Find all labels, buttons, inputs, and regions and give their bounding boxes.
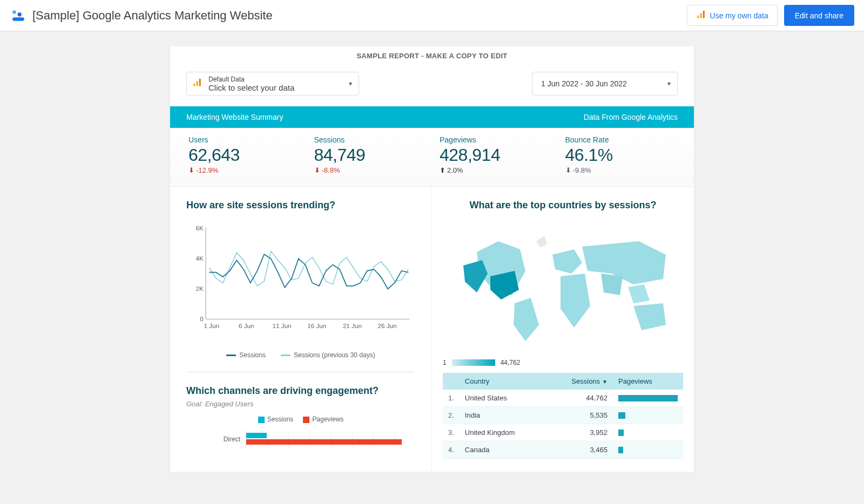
kpi-bounce-rate: Bounce Rate 46.1% ⬇-9.8% xyxy=(558,135,684,174)
svg-text:6K: 6K xyxy=(196,224,204,231)
col-pageviews[interactable]: Pageviews xyxy=(613,373,683,390)
kpi-pageviews: Pageviews 428,914 ⬆2.0% xyxy=(432,135,558,174)
channel-label: Direct xyxy=(186,435,246,443)
edit-and-share-button[interactable]: Edit and share xyxy=(784,5,854,26)
channels-legend: Sessions Pageviews xyxy=(186,416,415,423)
line-chart-legend: Sessions Sessions (previous 30 days) xyxy=(186,351,415,359)
svg-point-0 xyxy=(12,10,16,14)
svg-point-1 xyxy=(17,12,22,17)
svg-text:2K: 2K xyxy=(196,285,204,292)
data-source-line1: Default Data xyxy=(208,76,294,83)
map-scale: 1 44,762 xyxy=(443,359,683,366)
svg-text:6 Jun: 6 Jun xyxy=(239,322,254,329)
data-source-line2: Click to select your data xyxy=(208,83,294,92)
section-title: Marketing Website Summary xyxy=(186,113,283,121)
chevron-down-icon: ▾ xyxy=(667,80,671,87)
page-title: [Sample] Google Analytics Marketing Webs… xyxy=(32,9,687,23)
sessions-line-chart[interactable]: 0 2K 4K 6K 1 Jun 6 Jun 11 Jun 16 Jun 21 … xyxy=(186,220,415,338)
table-row[interactable]: 1.United States44,762 xyxy=(443,390,683,407)
arrow-down-icon: ⬇ xyxy=(565,166,571,174)
arrow-down-icon: ⬇ xyxy=(314,166,320,174)
svg-text:26 Jun: 26 Jun xyxy=(378,322,397,329)
left-column: How are site sessions trending? 0 2K 4K … xyxy=(170,187,432,472)
analytics-icon xyxy=(192,78,202,90)
channels-bar-chart[interactable]: Direct xyxy=(186,431,415,448)
sort-desc-icon: ▼ xyxy=(602,379,608,385)
date-range-select[interactable]: 1 Jun 2022 - 30 Jun 2022 ▾ xyxy=(532,72,678,96)
looker-studio-logo-icon xyxy=(10,7,27,24)
channels-subtitle: Goal: Engaged Users xyxy=(186,400,415,408)
svg-text:11 Jun: 11 Jun xyxy=(273,322,292,329)
svg-text:16 Jun: 16 Jun xyxy=(307,322,326,329)
countries-title: What are the top countries by sessions? xyxy=(443,200,683,211)
svg-rect-6 xyxy=(193,84,195,86)
data-source-note: Data From Google Analytics xyxy=(584,113,678,121)
sessions-trend-title: How are site sessions trending? xyxy=(186,200,415,211)
data-source-select[interactable]: Default Data Click to select your data ▾ xyxy=(186,72,359,96)
channels-title: Which channels are driving engagement? xyxy=(186,385,415,397)
scale-gradient xyxy=(452,359,495,366)
svg-rect-5 xyxy=(703,11,704,18)
right-column: What are the top countries by sessions? xyxy=(432,187,694,472)
country-table[interactable]: Country Sessions▼ Pageviews 1.United Sta… xyxy=(443,373,683,459)
table-row[interactable]: 2.India5,535 xyxy=(443,407,683,424)
sample-banner: SAMPLE REPORT - MAKE A COPY TO EDIT xyxy=(170,46,694,65)
top-bar: [Sample] Google Analytics Marketing Webs… xyxy=(0,0,864,31)
world-map-chart[interactable] xyxy=(443,220,683,357)
kpi-sessions: Sessions 84,749 ⬇-8.8% xyxy=(307,135,433,174)
col-country[interactable]: Country xyxy=(460,373,564,390)
arrow-up-icon: ⬆ xyxy=(440,166,446,174)
channel-bars xyxy=(246,431,415,448)
kpi-users: Users 62,643 ⬇-12.9% xyxy=(181,135,307,174)
report-canvas: SAMPLE REPORT - MAKE A COPY TO EDIT Defa… xyxy=(170,46,694,472)
kpi-row: Users 62,643 ⬇-12.9% Sessions 84,749 ⬇-8… xyxy=(170,128,694,187)
analytics-icon xyxy=(696,10,706,21)
svg-rect-3 xyxy=(697,16,699,18)
arrow-down-icon: ⬇ xyxy=(188,166,194,174)
svg-text:21 Jun: 21 Jun xyxy=(343,322,362,329)
svg-rect-8 xyxy=(199,79,201,86)
svg-text:4K: 4K xyxy=(196,255,204,262)
table-row[interactable]: 3.United Kingdom3,952 xyxy=(443,424,683,441)
controls-row: Default Data Click to select your data ▾… xyxy=(170,65,694,106)
col-sessions[interactable]: Sessions▼ xyxy=(564,373,613,390)
svg-rect-7 xyxy=(197,81,198,86)
chevron-down-icon: ▾ xyxy=(349,80,352,87)
date-range-label: 1 Jun 2022 - 30 Jun 2022 xyxy=(541,79,627,88)
svg-rect-4 xyxy=(700,13,701,18)
table-row[interactable]: 4.Canada3,465 xyxy=(443,441,683,459)
svg-text:0: 0 xyxy=(200,315,204,322)
channel-row: Direct xyxy=(186,431,415,448)
svg-rect-2 xyxy=(12,17,24,21)
svg-text:1 Jun: 1 Jun xyxy=(204,322,219,329)
use-my-own-data-button[interactable]: Use my own data xyxy=(687,5,778,26)
section-header-bar: Marketing Website Summary Data From Goog… xyxy=(170,106,694,128)
use-my-own-data-label: Use my own data xyxy=(710,11,768,20)
